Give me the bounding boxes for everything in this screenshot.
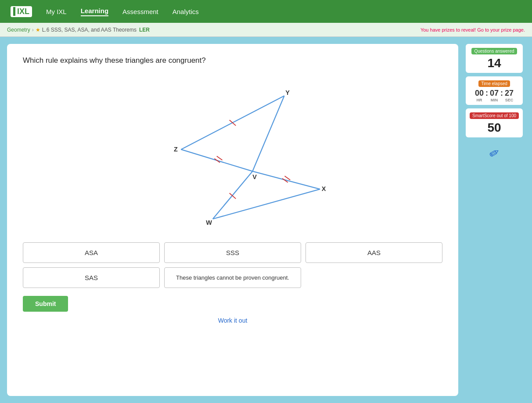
svg-text:X: X: [322, 185, 326, 192]
questions-answered-label: Questions answered: [471, 48, 517, 54]
smartscore-label: SmartScore out of 100: [470, 112, 519, 119]
svg-line-3: [252, 171, 320, 189]
nav-analytics[interactable]: Analytics: [173, 8, 199, 15]
time-hr-label: HR: [476, 98, 482, 102]
time-min-label: MIN: [491, 98, 498, 102]
answer-sas[interactable]: SAS: [23, 267, 160, 288]
svg-line-4: [213, 189, 320, 219]
answer-grid-row1: ASA SSS AAS: [23, 242, 442, 263]
questions-answered-box: Questions answered 14: [466, 44, 523, 73]
logo: IXL: [11, 6, 32, 17]
nav-assessment[interactable]: Assessment: [122, 8, 158, 15]
breadcrumb-subject[interactable]: Geometry: [7, 27, 30, 33]
answer-cannot[interactable]: These triangles cannot be proven congrue…: [164, 267, 301, 288]
svg-text:W: W: [206, 219, 212, 226]
submit-area: Submit Work it out: [23, 296, 442, 324]
time-min: 07: [490, 89, 499, 98]
submit-button[interactable]: Submit: [23, 296, 68, 312]
svg-text:Y: Y: [285, 89, 290, 96]
diagram-area: Z Y V W X: [23, 72, 442, 239]
right-sidebar: Questions answered 14 Time elapsed 00 HR…: [464, 44, 525, 396]
time-display: 00 HR : 07 MIN : 27 SEC: [469, 89, 519, 102]
time-sec-label: SEC: [505, 98, 514, 102]
promo-text[interactable]: You have prizes to reveal! Go to your pr…: [421, 27, 525, 32]
svg-line-5: [213, 171, 252, 219]
content-card: Which rule explains why these triangles …: [7, 44, 458, 396]
smartscore-value: 50: [469, 121, 519, 135]
nav-learning[interactable]: Learning: [81, 7, 108, 16]
svg-line-11: [285, 176, 291, 180]
star-icon: ★: [36, 27, 40, 33]
questions-answered-count: 14: [469, 56, 519, 70]
navbar: IXL My IXL Learning Assessment Analytics: [0, 0, 532, 23]
question-text: Which rule explains why these triangles …: [23, 56, 442, 65]
work-it-out-link[interactable]: Work it out: [23, 317, 442, 324]
time-elapsed-box: Time elapsed 00 HR : 07 MIN : 27 SEC: [466, 76, 523, 105]
triangle-diagram: Z Y V W X: [23, 72, 442, 239]
svg-line-9: [217, 156, 223, 160]
breadcrumb-lesson: L.6 SSS, SAS, ASA, and AAS Theorems: [42, 27, 137, 33]
breadcrumb: Geometry › ★ L.6 SSS, SAS, ASA, and AAS …: [0, 23, 532, 37]
svg-text:V: V: [252, 173, 257, 180]
pencil-icon: ✏: [486, 144, 502, 162]
answer-sss[interactable]: SSS: [164, 242, 301, 263]
time-hr: 00: [475, 89, 484, 98]
answer-grid-row2: SAS These triangles cannot be proven con…: [23, 267, 442, 288]
nav-myixl[interactable]: My IXL: [46, 8, 67, 15]
smartscore-box: SmartScore out of 100 50: [466, 108, 523, 137]
svg-line-6: [230, 120, 236, 126]
main-area: Which rule explains why these triangles …: [0, 37, 532, 403]
svg-text:Z: Z: [174, 146, 178, 153]
answer-asa[interactable]: ASA: [23, 242, 160, 263]
time-elapsed-label: Time elapsed: [478, 80, 510, 87]
svg-line-1: [252, 96, 284, 171]
breadcrumb-type: LER: [139, 27, 150, 33]
time-sec: 27: [505, 89, 514, 98]
answer-aas[interactable]: AAS: [306, 242, 442, 263]
